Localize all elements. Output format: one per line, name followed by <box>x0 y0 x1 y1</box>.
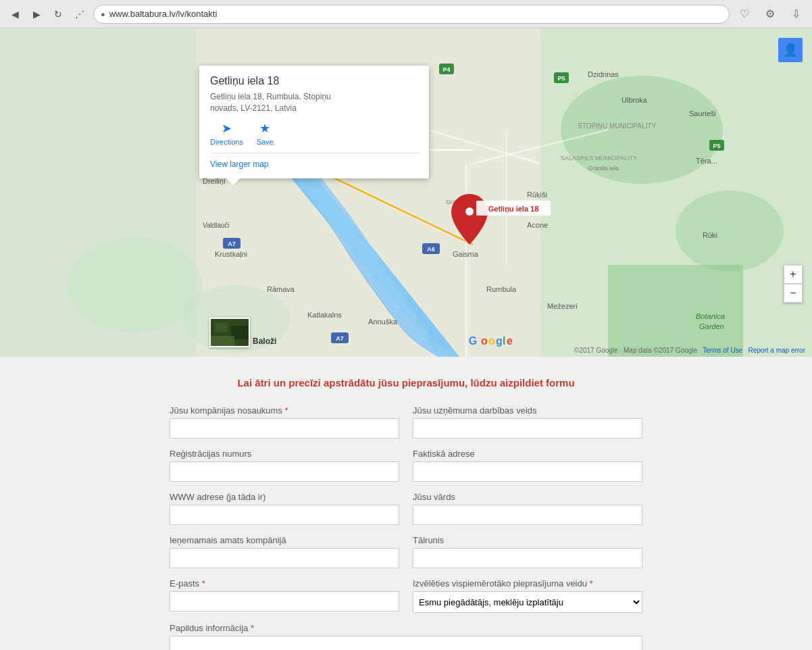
map-popup: Getliņu iela 18 Getliņu iela 18, Rumbula… <box>199 66 429 178</box>
request-type-group: Izvēlēties vispiemērotāko pieprasījuma v… <box>413 578 642 613</box>
form-row-3: WWW adrese (ja tāda ir) Jūsu vārds <box>170 492 642 525</box>
svg-text:G: G <box>469 335 477 347</box>
form-grid: Jūsu kompānijas nosaukums * Jūsu uzņēmum… <box>170 405 642 650</box>
directions-button[interactable]: ➤ Directions <box>210 121 243 146</box>
star-icon: ★ <box>259 121 270 136</box>
address-input[interactable] <box>413 461 642 482</box>
grid-button[interactable]: ⋰ <box>72 6 88 22</box>
extra-info-textarea[interactable] <box>170 636 642 650</box>
svg-text:g: g <box>496 335 503 347</box>
svg-text:Mežezeri: Mežezeri <box>547 302 578 310</box>
svg-text:Gaisma: Gaisma <box>453 250 479 258</box>
svg-text:Annuška: Annuška <box>368 318 398 326</box>
svg-text:o: o <box>488 335 495 347</box>
svg-point-3 <box>561 76 723 184</box>
svg-text:o: o <box>481 335 488 347</box>
zoom-out-button[interactable]: − <box>784 284 803 303</box>
company-type-group: Jūsu uzņēmuma darbības veids <box>413 405 642 439</box>
map-controls: + − <box>784 265 803 303</box>
menu-button[interactable]: ⚙ <box>761 5 780 24</box>
svg-text:Krustkaļni: Krustkaļni <box>215 250 247 258</box>
email-input[interactable] <box>170 591 399 611</box>
svg-text:Garden: Garden <box>699 322 724 330</box>
user-icon[interactable]: 👤 <box>778 38 803 62</box>
reg-number-input[interactable] <box>170 461 399 482</box>
svg-text:Botanica: Botanica <box>696 312 725 320</box>
svg-text:Rāmava: Rāmava <box>267 285 295 293</box>
www-input[interactable] <box>170 505 399 525</box>
report-link[interactable]: Report a map error <box>748 347 805 354</box>
zoom-in-button[interactable]: + <box>784 265 803 284</box>
download-button[interactable]: ⇩ <box>786 5 805 24</box>
address-label: Faktiskā adrese <box>413 449 642 459</box>
company-type-label: Jūsu uzņēmuma darbības veids <box>413 405 642 416</box>
popup-divider <box>210 153 418 153</box>
extra-info-group: Papildus informācija * <box>170 623 642 650</box>
name-label: Jūsu vārds <box>413 492 642 502</box>
company-name-group: Jūsu kompānijas nosaukums * <box>170 405 399 439</box>
svg-text:Getliņu iela 18: Getliņu iela 18 <box>488 205 539 213</box>
svg-text:STOPIŅU MUNICIPALITY: STOPIŅU MUNICIPALITY <box>578 122 657 130</box>
form-row-6: Papildus informācija * <box>170 623 642 650</box>
name-group: Jūsu vārds <box>413 492 642 525</box>
terms-link[interactable]: Terms of Use <box>703 347 742 354</box>
svg-text:Valdlauči: Valdlauči <box>203 222 230 229</box>
form-title: Lai ātri un precīzi apstrādātu jūsu piep… <box>14 377 798 389</box>
directions-icon: ➤ <box>222 121 232 136</box>
popup-address: Getliņu iela 18, Rumbula, Stopiņu novads… <box>210 91 418 114</box>
popup-actions: ➤ Directions ★ Save <box>210 121 418 146</box>
form-row-5: E-pasts * Izvēlēties vispiemērotāko piep… <box>170 578 642 613</box>
satellite-thumbnail[interactable] <box>209 318 250 347</box>
refresh-button[interactable]: ↻ <box>50 6 66 22</box>
request-type-select[interactable]: Esmu piegādātājs, meklēju izplatītāju <box>413 591 642 613</box>
name-input[interactable] <box>413 505 642 525</box>
map-attribution: ©2017 Google · Map data ©2017 Google Ter… <box>574 347 805 354</box>
company-name-label: Jūsu kompānijas nosaukums * <box>170 405 399 416</box>
svg-text:Saurieši: Saurieši <box>689 109 716 118</box>
forward-button[interactable]: ▶ <box>28 6 45 22</box>
svg-rect-71 <box>211 336 234 347</box>
bookmark-button[interactable]: ♡ <box>735 5 754 24</box>
svg-text:Granita iela: Granita iela <box>588 165 619 172</box>
svg-text:l: l <box>503 335 505 347</box>
url-text: www.baltabura.lv/lv/kontakti <box>109 9 722 19</box>
form-row-4: Ieņemamais amats kompānijā Tālrunis <box>170 535 642 568</box>
svg-point-5 <box>68 238 203 332</box>
svg-text:A7: A7 <box>228 241 236 247</box>
address-group: Faktiskā adrese <box>413 449 642 482</box>
position-group: Ieņemamais amats kompānijā <box>170 535 399 568</box>
svg-text:A7: A7 <box>336 335 344 342</box>
view-larger-map-link[interactable]: View larger map <box>210 159 268 169</box>
svg-text:Rūķiši: Rūķiši <box>527 191 547 199</box>
svg-text:P5: P5 <box>713 143 720 149</box>
form-row-2: Reģistrācijas numurs Faktiskā adrese <box>170 449 642 482</box>
email-label: E-pasts * <box>170 578 399 589</box>
phone-group: Tālrunis <box>413 535 642 568</box>
back-button[interactable]: ◀ <box>7 6 23 22</box>
address-bar[interactable]: ● www.baltabura.lv/lv/kontakti <box>93 5 730 24</box>
extra-info-label: Papildus informācija * <box>170 623 642 633</box>
reg-number-group: Reģistrācijas numurs <box>170 449 399 482</box>
svg-text:Tēra...: Tēra... <box>696 157 717 165</box>
svg-text:Dzidrinas: Dzidrinas <box>588 70 619 78</box>
required-marker-extra: * <box>251 623 254 633</box>
phone-label: Tālrunis <box>413 535 642 545</box>
save-button[interactable]: ★ Save <box>257 121 274 146</box>
map-container: A6 A6 A7 A7 P4 P5 P5 <box>0 28 812 357</box>
request-type-label: Izvēlēties vispiemērotāko pieprasījuma v… <box>413 578 642 589</box>
svg-text:Ulbroka: Ulbroka <box>621 96 648 104</box>
company-type-input[interactable] <box>413 418 642 439</box>
www-group: WWW adrese (ja tāda ir) <box>170 492 399 525</box>
svg-point-4 <box>676 191 784 272</box>
phone-input[interactable] <box>413 548 642 568</box>
lock-icon: ● <box>101 10 105 18</box>
company-name-input[interactable] <box>170 418 399 439</box>
svg-text:Dreiliņi: Dreiliņi <box>203 177 226 185</box>
svg-text:Rūki: Rūki <box>703 231 717 239</box>
popup-title: Getliņu iela 18 <box>210 75 418 87</box>
position-label: Ieņemamais amats kompānijā <box>170 535 399 545</box>
form-row-1: Jūsu kompānijas nosaukums * Jūsu uzņēmum… <box>170 405 642 439</box>
position-input[interactable] <box>170 548 399 568</box>
svg-point-59 <box>465 207 474 216</box>
svg-text:SALASPILS MUNICIPALITY: SALASPILS MUNICIPALITY <box>561 155 637 161</box>
